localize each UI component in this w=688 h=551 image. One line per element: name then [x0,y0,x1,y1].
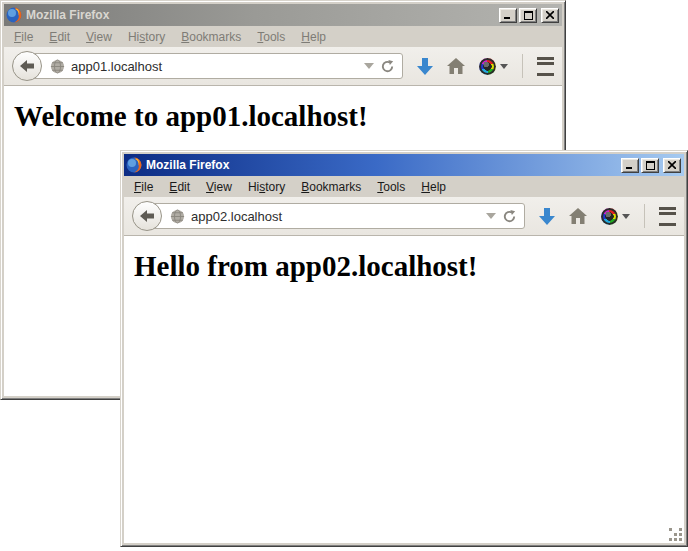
menu-bookmarks[interactable]: Bookmarks [293,178,369,196]
menu-bookmarks[interactable]: Bookmarks [173,28,249,46]
urlbar-dropdown-icon[interactable] [486,213,496,219]
page-heading: Welcome to app01.localhost! [14,100,562,133]
window-controls [621,158,682,173]
maximize-button[interactable] [519,8,537,23]
color-wheel-extension-icon [479,58,496,75]
menu-view[interactable]: View [78,28,120,46]
firefox-logo-icon [6,7,22,23]
menubar: FileEditViewHistoryBookmarksToolsHelp [4,26,562,47]
download-button[interactable] [539,208,555,225]
back-button[interactable] [12,51,42,81]
chevron-down-icon [500,64,508,69]
download-button[interactable] [417,58,433,75]
color-wheel-extension-icon [601,208,618,225]
window-title: Mozilla Firefox [146,158,617,172]
menu-file[interactable]: File [6,28,41,46]
home-button[interactable] [447,58,465,74]
firefox-logo-icon [126,157,142,173]
close-button[interactable] [541,8,559,23]
close-button[interactable] [663,158,681,173]
menu-history[interactable]: History [240,178,293,196]
menu-tools[interactable]: Tools [369,178,413,196]
close-icon [546,11,554,19]
page-heading: Hello from app02.localhost! [134,250,684,283]
chevron-down-icon [622,214,630,219]
maximize-icon [524,11,533,20]
url-text[interactable]: app01.localhost [71,59,358,74]
download-icon [539,208,555,225]
hamburger-menu-icon [659,207,676,226]
home-icon [447,58,465,74]
reload-icon[interactable] [380,59,395,74]
navigation-toolbar: app02.localhost [124,197,684,236]
menu-button[interactable] [659,207,676,226]
download-icon [417,58,433,75]
extension-button[interactable] [601,208,630,225]
minimize-icon [626,161,634,169]
maximize-icon [646,161,655,170]
titlebar[interactable]: Mozilla Firefox [124,154,684,176]
minimize-icon [504,11,512,19]
reload-icon[interactable] [502,209,517,224]
menu-tools[interactable]: Tools [249,28,293,46]
menu-edit[interactable]: Edit [41,28,78,46]
close-icon [668,161,676,169]
home-button[interactable] [569,208,587,224]
menu-file[interactable]: File [126,178,161,196]
window-controls [499,8,560,23]
titlebar[interactable]: Mozilla Firefox [4,4,562,26]
menu-view[interactable]: View [198,178,240,196]
minimize-button[interactable] [621,158,639,173]
window-title: Mozilla Firefox [26,8,495,22]
navigation-toolbar: app01.localhost [4,47,562,86]
extension-button[interactable] [479,58,508,75]
menu-edit[interactable]: Edit [161,178,198,196]
globe-icon [170,209,185,224]
firefox-window-app02: Mozilla Firefox FileEditViewHistoryBookm… [120,150,688,547]
urlbar-dropdown-icon[interactable] [364,63,374,69]
hamburger-menu-icon [537,57,554,76]
menu-help[interactable]: Help [293,28,334,46]
url-bar[interactable]: app02.localhost [147,203,525,229]
back-button[interactable] [132,201,162,231]
resize-grip[interactable] [669,528,683,542]
menu-help[interactable]: Help [413,178,454,196]
back-icon [20,60,34,72]
maximize-button[interactable] [641,158,659,173]
menu-button[interactable] [537,57,554,76]
back-icon [140,210,154,222]
toolbar-separator [644,204,645,228]
menu-history[interactable]: History [120,28,173,46]
page-content: Hello from app02.localhost! [124,236,684,543]
toolbar-separator [522,54,523,78]
url-bar[interactable]: app01.localhost [27,53,403,79]
globe-icon [50,59,65,74]
url-text[interactable]: app02.localhost [191,209,480,224]
menubar: FileEditViewHistoryBookmarksToolsHelp [124,176,684,197]
desktop: Mozilla Firefox FileEditViewHistoryBookm… [0,0,688,551]
minimize-button[interactable] [499,8,517,23]
home-icon [569,208,587,224]
